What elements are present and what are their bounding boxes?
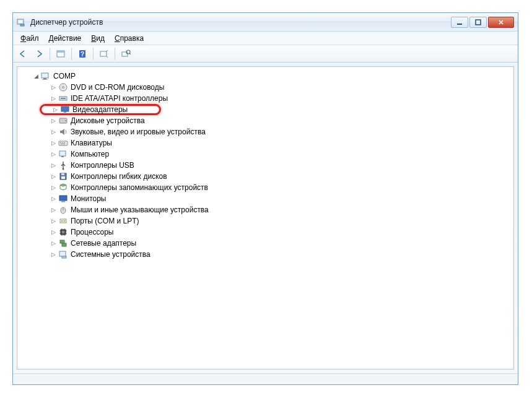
svg-point-16 (63, 87, 64, 89)
tree-node[interactable]: ▷Мыши и иные указывающие устройства (22, 204, 508, 215)
expand-icon[interactable]: ▷ (50, 128, 57, 136)
svg-rect-45 (62, 243, 66, 246)
svg-rect-2 (20, 24, 24, 26)
mouse-icon (58, 205, 68, 215)
tree-node-label: Системные устройства (71, 250, 150, 259)
svg-rect-29 (59, 151, 66, 156)
tree-node[interactable]: ▷DVD и CD-ROM дисководы (22, 82, 508, 93)
app-icon (17, 17, 27, 27)
tree-node[interactable]: ▷Сетевые адаптеры (22, 238, 508, 249)
svg-rect-3 (457, 24, 462, 25)
network-icon (58, 238, 68, 248)
tree-root[interactable]: ◢ COMP (22, 71, 508, 82)
tree-node-highlighted[interactable]: ▷Видеоадаптеры (40, 104, 161, 115)
menubar: Файл Действие Вид Справка (13, 32, 518, 45)
svg-rect-6 (57, 51, 64, 53)
show-hide-console-button[interactable] (53, 47, 68, 61)
svg-marker-23 (60, 129, 64, 135)
expand-icon[interactable]: ▷ (50, 217, 57, 225)
menu-help[interactable]: Справка (110, 33, 149, 44)
tree-node[interactable]: ▷Системные устройства (22, 249, 508, 260)
statusbar (13, 373, 518, 384)
help-button[interactable]: ? (75, 47, 90, 61)
svg-rect-20 (64, 111, 66, 113)
forward-button[interactable] (32, 47, 46, 61)
svg-rect-36 (61, 201, 65, 202)
expand-icon[interactable]: ▷ (50, 228, 57, 236)
disc-icon (58, 82, 68, 92)
menu-view[interactable]: Вид (86, 33, 110, 44)
tree-node[interactable]: ▷Контроллеры запоминающих устройств (22, 182, 508, 193)
svg-rect-44 (60, 240, 64, 243)
expand-icon[interactable]: ▷ (50, 84, 57, 91)
tree-node-label: Мониторы (71, 194, 106, 203)
svg-rect-9 (100, 51, 107, 56)
svg-rect-43 (62, 231, 64, 233)
svg-rect-30 (61, 156, 64, 157)
expand-icon[interactable]: ▷ (50, 195, 57, 202)
device-tree[interactable]: ◢ COMP ▷DVD и CD-ROM дисководы▷IDE ATA/A… (19, 68, 512, 262)
maximize-button[interactable] (469, 17, 487, 28)
monitor-icon (58, 194, 68, 204)
tree-node-label: Клавиатуры (71, 139, 112, 147)
expand-icon[interactable]: ▷ (50, 184, 57, 191)
cpu-icon (58, 227, 68, 237)
minimize-button[interactable] (451, 17, 468, 28)
storage-icon (58, 183, 68, 193)
tree-node-label: Мыши и иные указывающие устройства (71, 205, 209, 214)
svg-rect-33 (61, 173, 64, 175)
tree-node[interactable]: ▷Звуковые, видео и игровые устройства (22, 126, 508, 137)
svg-point-40 (61, 220, 63, 222)
tree-node[interactable]: ▷Компьютер (22, 149, 508, 160)
svg-rect-12 (41, 73, 48, 78)
expand-icon[interactable]: ▷ (50, 95, 57, 102)
tree-node-label: Контроллеры USB (71, 161, 134, 170)
tree-root-label: COMP (53, 72, 76, 80)
sound-icon (58, 127, 68, 137)
close-button[interactable] (488, 17, 514, 28)
expand-icon[interactable]: ▷ (51, 106, 59, 113)
tree-node[interactable]: ▷Мониторы (22, 193, 508, 204)
expand-icon[interactable]: ▷ (50, 117, 57, 124)
svg-rect-13 (43, 78, 46, 79)
tree-node-label: IDE ATA/ATAPI контроллеры (71, 94, 168, 103)
tree-node-label: DVD и CD-ROM дисководы (71, 83, 164, 92)
port-icon (58, 216, 68, 226)
tree-node[interactable]: ▷Клавиатуры (22, 137, 508, 149)
tree-node[interactable]: ▷Процессоры (22, 227, 508, 238)
tree-node[interactable]: ▷IDE ATA/ATAPI контроллеры (22, 93, 508, 104)
svg-point-41 (64, 220, 65, 222)
expand-icon[interactable]: ▷ (50, 206, 57, 214)
svg-rect-34 (61, 176, 65, 179)
usb-icon (58, 160, 68, 170)
menu-file[interactable]: Файл (15, 33, 44, 44)
scan-hw-button[interactable] (97, 47, 111, 61)
expand-icon[interactable]: ▷ (50, 173, 57, 180)
tree-node[interactable]: ▷Контроллеры гибких дисков (22, 171, 508, 182)
back-button[interactable] (15, 47, 30, 61)
svg-rect-26 (62, 142, 63, 143)
floppy-icon (58, 171, 68, 181)
tree-node[interactable]: ▷Контроллеры USB (22, 160, 508, 171)
expand-icon[interactable]: ▷ (50, 251, 57, 258)
tree-node-label: Сетевые адаптеры (71, 239, 136, 248)
scan-changes-button[interactable] (118, 47, 133, 61)
expand-icon[interactable]: ▷ (50, 240, 57, 247)
expand-icon[interactable]: ▷ (50, 162, 57, 169)
keyboard-icon (58, 138, 68, 148)
svg-rect-4 (476, 20, 481, 25)
svg-rect-27 (64, 142, 65, 143)
tree-node[interactable]: ▷Порты (COM и LPT) (22, 215, 508, 227)
tree-node[interactable]: ▷Дисковые устройства (22, 115, 508, 126)
titlebar[interactable]: Диспетчер устройств (13, 13, 518, 32)
collapse-icon[interactable]: ◢ (32, 72, 40, 80)
menu-action[interactable]: Действие (44, 33, 87, 44)
expand-icon[interactable]: ▷ (50, 139, 57, 147)
expand-icon[interactable]: ▷ (50, 150, 57, 158)
svg-rect-46 (59, 251, 66, 256)
toolbar: ? (13, 45, 518, 63)
tree-node-label: Процессоры (71, 228, 114, 236)
window-title: Диспетчер устройств (30, 18, 103, 27)
svg-rect-35 (59, 196, 67, 201)
device-manager-window: Диспетчер устройств Файл Действие Вид Сп… (12, 12, 518, 385)
